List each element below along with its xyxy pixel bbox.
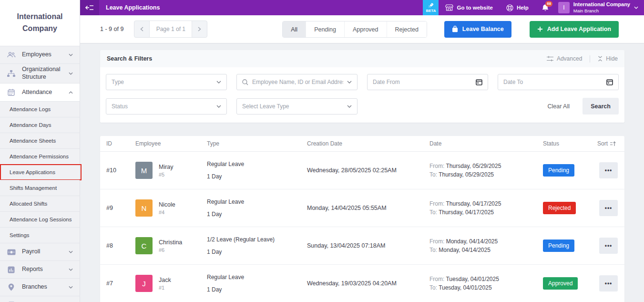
collapse-sidebar-button[interactable] bbox=[80, 0, 99, 15]
account-menu[interactable]: I International Company Main Branch bbox=[555, 0, 644, 15]
row-actions-button[interactable]: ••• bbox=[599, 162, 618, 178]
sort-icon bbox=[610, 141, 616, 146]
sidebar-subitem-attendance-days[interactable]: Attendance Days bbox=[0, 117, 80, 133]
table-row[interactable]: #8 C Christina #6 1/2 Leave (Regular Lea… bbox=[100, 227, 624, 265]
leave-type-placeholder: Select Leave Type bbox=[242, 103, 343, 110]
date-from-field[interactable]: Date From bbox=[367, 74, 488, 90]
leave-applications-table: ID Employee Type Creation Date Date Stat… bbox=[100, 136, 624, 302]
creation-date: Monday, 14/04/2025 05:55AM bbox=[307, 205, 429, 211]
sidebar-subitem-attendance-sheets[interactable]: Attendance Sheets bbox=[0, 133, 80, 148]
next-page-button[interactable] bbox=[192, 21, 207, 37]
plus-icon bbox=[537, 26, 543, 32]
tab-rejected[interactable]: Rejected bbox=[387, 21, 427, 37]
type-select[interactable]: Type bbox=[106, 74, 227, 90]
org-chart-icon bbox=[7, 70, 16, 77]
sidebar-item-attendance[interactable]: Attendance bbox=[0, 83, 80, 101]
column-header-sort[interactable]: Sort bbox=[597, 140, 624, 147]
sidebar-item-branches[interactable]: Branches bbox=[0, 278, 80, 296]
sidebar: International Company Employees Organiza… bbox=[0, 0, 80, 302]
collapse-arrow-icon bbox=[85, 4, 94, 11]
filters-row-1: Type Date From Date To bbox=[106, 74, 619, 90]
notifications-button[interactable]: 68 bbox=[535, 0, 555, 15]
account-company-name: International Company bbox=[573, 1, 630, 8]
sidebar-item-organizational-structure[interactable]: Organizational Structure bbox=[0, 63, 80, 83]
date-from-value: Thursday, 04/17/2025 bbox=[446, 200, 501, 207]
add-leave-application-label: Add Leave Application bbox=[547, 26, 611, 32]
previous-page-button[interactable] bbox=[134, 21, 149, 37]
application-id: #9 bbox=[106, 205, 135, 211]
tab-approved[interactable]: Approved bbox=[344, 21, 387, 37]
tab-all[interactable]: All bbox=[283, 21, 306, 37]
avatar: J bbox=[135, 275, 153, 292]
employee-id: #1 bbox=[159, 285, 171, 291]
status-select[interactable]: Status bbox=[106, 98, 227, 115]
date-range-cell: From: Thursday, 04/17/2025 To: Thursday,… bbox=[429, 199, 543, 217]
calendar-icon bbox=[606, 79, 613, 85]
leave-type-select[interactable]: Select Leave Type bbox=[236, 98, 358, 115]
chevron-down-icon bbox=[216, 105, 221, 108]
table-row[interactable]: #9 N Nicole #4 Regular Leave 1 Day Monda… bbox=[100, 189, 624, 227]
leave-duration: 1 Day bbox=[207, 286, 307, 293]
sidebar-subitem-shifts-management[interactable]: Shifts Management bbox=[0, 180, 80, 196]
search-filters-body: Type Date From Date To Status bbox=[100, 67, 624, 123]
row-actions-button[interactable]: ••• bbox=[599, 275, 618, 292]
beta-badge[interactable]: BETA bbox=[423, 0, 439, 15]
sidebar-item-reports[interactable]: Reports bbox=[0, 260, 80, 278]
header-divider bbox=[590, 55, 590, 62]
row-actions-button[interactable]: ••• bbox=[599, 200, 618, 216]
creation-date: Sunday, 13/04/2025 07:18AM bbox=[307, 242, 429, 249]
sidebar-subitem-attendance-permissions[interactable]: Attendance Permissions bbox=[0, 148, 80, 164]
hide-filters-link[interactable]: Hide bbox=[598, 55, 618, 62]
list-toolbar: 1 - 9 of 9 Page 1 of 1 All Pending Appro… bbox=[80, 15, 644, 43]
sidebar-item-employees[interactable]: Employees bbox=[0, 46, 80, 63]
sidebar-item-partial[interactable] bbox=[0, 296, 80, 302]
help-label: Help bbox=[517, 5, 529, 10]
column-header-status: Status bbox=[543, 140, 597, 147]
employee-search-input[interactable] bbox=[252, 79, 343, 85]
search-button[interactable]: Search bbox=[583, 98, 619, 115]
row-actions-button[interactable]: ••• bbox=[599, 238, 618, 254]
date-to-placeholder: Date To bbox=[503, 79, 603, 85]
from-label: From: bbox=[429, 238, 444, 245]
sidebar-subitem-attendance-logs[interactable]: Attendance Logs bbox=[0, 101, 80, 117]
employee-name: Christina bbox=[159, 239, 182, 246]
clear-all-link[interactable]: Clear All bbox=[547, 103, 570, 110]
status-filter-tabs: All Pending Approved Rejected bbox=[282, 21, 427, 38]
leave-type-cell: Regular Leave 1 Day bbox=[207, 274, 307, 293]
column-header-type: Type bbox=[207, 140, 307, 147]
column-header-employee: Employee bbox=[135, 140, 207, 147]
calendar-icon bbox=[7, 89, 16, 96]
sidebar-subitem-allocated-shifts[interactable]: Allocated Shifts bbox=[0, 196, 80, 211]
employee-search-field[interactable] bbox=[236, 74, 358, 90]
tab-pending[interactable]: Pending bbox=[306, 21, 344, 37]
to-label: To: bbox=[429, 247, 437, 253]
page-indicator[interactable]: Page 1 of 1 bbox=[149, 21, 192, 37]
leave-duration: 1 Day bbox=[207, 173, 307, 180]
sidebar-item-payroll[interactable]: Payroll bbox=[0, 243, 80, 260]
go-to-website-label: Go to website bbox=[457, 5, 492, 10]
chevron-right-icon bbox=[198, 27, 201, 31]
column-header-date: Date bbox=[429, 140, 543, 147]
leave-type-cell: Regular Leave 1 Day bbox=[207, 161, 307, 180]
sidebar-subitem-attendance-log-sessions[interactable]: Attendance Log Sessions bbox=[0, 211, 80, 227]
go-to-website-link[interactable]: Go to website bbox=[439, 0, 499, 15]
bag-icon bbox=[452, 26, 458, 32]
sidebar-subitem-settings[interactable]: Settings bbox=[0, 227, 80, 243]
map-pin-icon bbox=[7, 283, 16, 291]
advanced-filters-link[interactable]: Advanced bbox=[547, 55, 582, 62]
leave-balance-button[interactable]: Leave Balance bbox=[444, 21, 511, 38]
pagination-range: 1 - 9 of 9 bbox=[100, 26, 123, 32]
collapse-vertical-icon bbox=[598, 56, 603, 62]
table-row[interactable]: #10 M Miray #5 Regular Leave 1 Day Wedne… bbox=[100, 152, 624, 189]
table-row[interactable]: #7 J Jack #1 Regular Leave 1 Day Wednesd… bbox=[100, 265, 624, 302]
chevron-down-icon bbox=[216, 81, 221, 83]
sidebar-subitem-leave-applications[interactable]: Leave Applications bbox=[0, 164, 80, 180]
sidebar-item-label: Branches bbox=[22, 283, 47, 291]
help-lifebuoy-icon bbox=[506, 4, 513, 11]
date-from-placeholder: Date From bbox=[373, 79, 472, 85]
help-link[interactable]: Help bbox=[500, 0, 535, 15]
leave-type: 1/2 Leave (Regular Leave) bbox=[207, 236, 307, 243]
pager: Page 1 of 1 bbox=[134, 21, 207, 38]
add-leave-application-button[interactable]: Add Leave Application bbox=[530, 21, 619, 38]
date-to-field[interactable]: Date To bbox=[498, 74, 619, 90]
